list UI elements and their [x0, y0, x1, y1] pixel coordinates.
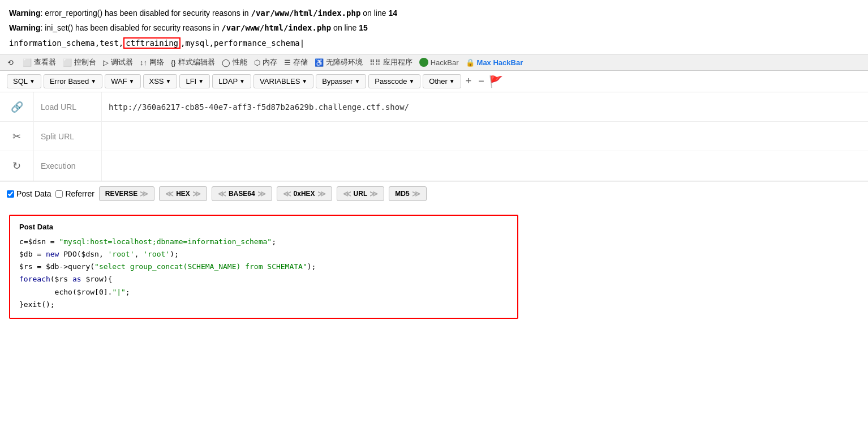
url-left-arrow: ≪ — [343, 189, 351, 198]
split-url-input[interactable] — [109, 132, 861, 141]
hex-left-arrow: ≪ — [165, 189, 174, 198]
warning-text-2: : ini_set() has been disabled for securi… — [40, 23, 221, 32]
execution-input-col[interactable] — [102, 151, 868, 181]
url-button[interactable]: ≪ URL ≫ — [337, 186, 385, 201]
hackbar-menu-toolbar: SQL ▼ Error Based ▼ WAF ▼ XSS ▼ LFI ▼ LD… — [0, 71, 868, 92]
schema-line: information_schema,test,ctftraining,mysq… — [9, 37, 859, 49]
toolbar-console[interactable]: ⬜ 控制台 — [63, 57, 96, 67]
sql-label: SQL — [13, 77, 28, 86]
memory-icon: ⬡ — [254, 58, 260, 67]
warning-num-1: 14 — [388, 8, 397, 18]
refresh-icon: ↻ — [12, 160, 21, 172]
schema-before: information_schema,test, — [9, 39, 123, 48]
viewer-icon: ⬜ — [23, 58, 32, 67]
execution-action[interactable]: ↻ — [0, 151, 34, 181]
post-data-section: Post Data c=$dsn = "mysql:host=localhost… — [9, 215, 518, 319]
toolbar-viewer[interactable]: ⬜ 查看器 — [23, 57, 56, 67]
oxhex-button[interactable]: ≪ 0xHEX ≫ — [277, 186, 332, 201]
load-url-input-col[interactable] — [102, 92, 868, 121]
warning-label-1: Warning — [9, 8, 40, 18]
passcode-button[interactable]: Passcode ▼ — [368, 74, 420, 88]
scissors-icon: ✂ — [12, 130, 21, 143]
ldap-button[interactable]: LDAP ▼ — [212, 74, 251, 88]
bypasser-button[interactable]: Bypasser ▼ — [316, 74, 366, 88]
load-url-input[interactable] — [109, 103, 861, 112]
load-url-label: Load URL — [41, 103, 76, 112]
oxhex-right-arrow: ≫ — [317, 189, 326, 198]
storage-label: 存储 — [293, 57, 308, 67]
xss-label: XSS — [149, 77, 164, 86]
waf-arrow: ▼ — [129, 78, 135, 84]
toolbar-performance[interactable]: ◯ 性能 — [222, 57, 247, 67]
reverse-button[interactable]: REVERSE ≫ — [99, 186, 154, 201]
execution-input[interactable] — [109, 161, 861, 170]
max-hackbar-label: Max HackBar — [477, 58, 523, 67]
bypasser-label: Bypasser — [322, 77, 353, 86]
oxhex-label: 0xHEX — [294, 190, 315, 198]
post-data-checkbox-label[interactable]: Post Data — [7, 189, 51, 198]
schema-highlight: ctftraining — [123, 37, 181, 49]
load-url-action[interactable]: 🔗 — [0, 92, 34, 121]
split-url-input-col[interactable] — [102, 122, 868, 151]
globe-icon — [419, 58, 428, 67]
error-based-button[interactable]: Error Based ▼ — [44, 74, 102, 88]
toolbar-accessibility[interactable]: ♿ 无障碍环境 — [315, 57, 363, 67]
split-url-row: ✂ Split URL — [0, 122, 868, 151]
split-url-action[interactable]: ✂ — [0, 122, 34, 151]
add-button[interactable]: + — [463, 75, 474, 87]
style-icon: {} — [171, 58, 176, 67]
referrer-checkbox-text: Referrer — [65, 189, 94, 198]
link-icon: 🔗 — [11, 101, 23, 113]
passcode-label: Passcode — [375, 77, 407, 86]
remove-button[interactable]: − — [476, 75, 487, 87]
xss-arrow: ▼ — [166, 78, 171, 84]
post-data-title: Post Data — [19, 223, 508, 231]
code-line-6: }exit(); — [19, 298, 508, 311]
console-icon: ⬜ — [63, 58, 72, 67]
other-label: Other — [429, 77, 448, 86]
application-icon: ⠿⠿ — [369, 58, 381, 67]
toolbar-max-hackbar[interactable]: 🔒 Max HackBar — [466, 58, 523, 67]
error-based-arrow: ▼ — [91, 78, 96, 84]
waf-button[interactable]: WAF ▼ — [105, 74, 140, 88]
warning-line-2: Warning: ini_set() has been disabled for… — [9, 22, 859, 34]
base64-label: BASE64 — [229, 190, 255, 198]
execution-label-col: Execution — [34, 151, 102, 181]
referrer-checkbox[interactable] — [55, 190, 63, 198]
xss-button[interactable]: XSS ▼ — [143, 74, 178, 88]
execution-row: ↻ Execution — [0, 151, 868, 181]
other-arrow: ▼ — [449, 78, 455, 84]
toolbar-network[interactable]: ↕↑ 网络 — [140, 57, 164, 67]
toolbar-hackbar[interactable]: HackBar — [419, 58, 459, 67]
bypasser-arrow: ▼ — [354, 78, 360, 84]
warning-path-2: /var/www/html/index.php — [221, 23, 331, 32]
toolbar-storage[interactable]: ☰ 存储 — [284, 57, 308, 67]
toolbar-style-editor[interactable]: {} 样式编辑器 — [171, 57, 215, 67]
load-url-row: 🔗 Load URL — [0, 92, 868, 122]
url-right-arrow: ≫ — [369, 189, 378, 198]
warning-path-1: /var/www/html/index.php — [251, 8, 360, 18]
referrer-checkbox-label[interactable]: Referrer — [55, 189, 94, 198]
other-button[interactable]: Other ▼ — [423, 74, 461, 88]
post-data-code[interactable]: c=$dsn = "mysql:host=localhost;dbname=in… — [19, 236, 508, 311]
base64-button[interactable]: ≪ BASE64 ≫ — [212, 186, 272, 201]
md5-button[interactable]: MD5 ≫ — [389, 186, 426, 201]
warning-num-2: 15 — [359, 23, 368, 32]
base64-right-arrow: ≫ — [257, 189, 266, 198]
oxhex-left-arrow: ≪ — [283, 189, 291, 198]
lfi-button[interactable]: LFI ▼ — [179, 74, 210, 88]
passcode-arrow: ▼ — [409, 78, 414, 84]
sql-button[interactable]: SQL ▼ — [7, 74, 41, 88]
post-data-checkbox[interactable] — [7, 190, 14, 198]
toolbar-debugger[interactable]: ▷ 调试器 — [103, 57, 133, 67]
lfi-label: LFI — [186, 77, 196, 86]
toolbar-application[interactable]: ⠿⠿ 应用程序 — [369, 57, 412, 67]
variables-button[interactable]: VARIABLES ▼ — [253, 74, 313, 88]
hackbar-label: HackBar — [431, 58, 459, 67]
application-label: 应用程序 — [383, 57, 412, 67]
devtools-icon[interactable]: ⟲ — [5, 57, 16, 68]
hex-button[interactable]: ≪ HEX ≫ — [159, 186, 207, 201]
warning-line-1: Warning: error_reporting() has been disa… — [9, 7, 859, 19]
toolbar-memory[interactable]: ⬡ 内存 — [254, 57, 277, 67]
variables-label: VARIABLES — [260, 77, 300, 86]
